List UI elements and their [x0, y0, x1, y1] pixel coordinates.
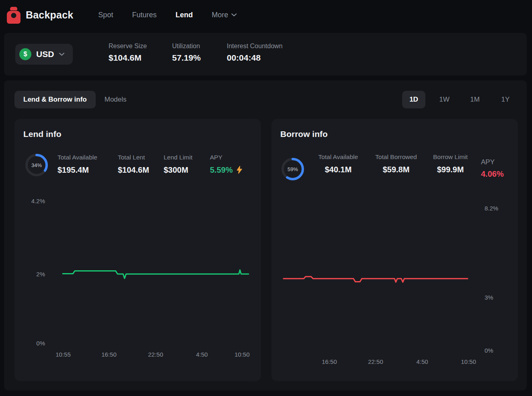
range-1w[interactable]: 1W	[433, 91, 456, 108]
range-1m[interactable]: 1M	[463, 91, 487, 108]
range-1d[interactable]: 1D	[402, 91, 425, 108]
asset-selector[interactable]: $ USD	[15, 44, 73, 65]
market-stats: Reserve Size $104.6M Utilization 57.19% …	[109, 33, 283, 76]
stat-value: 57.19%	[172, 53, 227, 63]
stat-label: Interest Countdown	[227, 43, 283, 50]
tabs-row: Lend & Borrow info Models 1D 1W 1M 1Y	[14, 91, 517, 108]
range-1y[interactable]: 1Y	[494, 91, 517, 108]
backpack-brand[interactable]: Backpack	[6, 6, 73, 24]
nav-item-futures[interactable]: Futures	[132, 11, 156, 19]
stat-value: $104.6M	[109, 53, 172, 63]
usd-coin-icon: $	[19, 48, 31, 60]
nav-more-label: More	[212, 11, 228, 19]
time-range-group: 1D 1W 1M 1Y	[402, 91, 517, 108]
nav-item-spot[interactable]: Spot	[98, 11, 113, 19]
borrow-info-card: Borrow info 59% Total Available $40.1M T…	[271, 119, 518, 381]
asset-name: USD	[36, 49, 54, 59]
lend-borrow-panel: Lend & Borrow info Models 1D 1W 1M 1Y Le…	[4, 80, 527, 390]
market-bar: $ USD Reserve Size $104.6M Utilization 5…	[4, 33, 527, 76]
brand-name: Backpack	[26, 9, 73, 21]
stat-interest-countdown: Interest Countdown 00:04:48	[227, 33, 283, 76]
stat-utilization: Utilization 57.19%	[172, 33, 227, 76]
backpack-logo-icon	[6, 6, 21, 24]
tab-lend-borrow-info[interactable]: Lend & Borrow info	[14, 91, 96, 108]
stat-label: Utilization	[172, 43, 227, 50]
nav-item-lend[interactable]: Lend	[175, 11, 193, 19]
lend-apy-chart[interactable]	[14, 119, 261, 381]
nav-item-more[interactable]: More	[212, 11, 237, 19]
stat-reserve-size: Reserve Size $104.6M	[109, 33, 172, 76]
stat-label: Reserve Size	[109, 43, 172, 50]
chevron-down-icon	[59, 53, 65, 56]
top-nav: Backpack Spot Futures Lend More	[0, 0, 532, 30]
borrow-apy-chart[interactable]	[271, 119, 518, 381]
lend-info-card: Lend info 34% Total Available $195.4M To…	[14, 119, 261, 381]
tab-models[interactable]: Models	[96, 91, 136, 108]
chevron-down-icon	[231, 13, 237, 17]
stat-value: 00:04:48	[227, 53, 283, 63]
primary-nav: Spot Futures Lend More	[98, 11, 237, 19]
